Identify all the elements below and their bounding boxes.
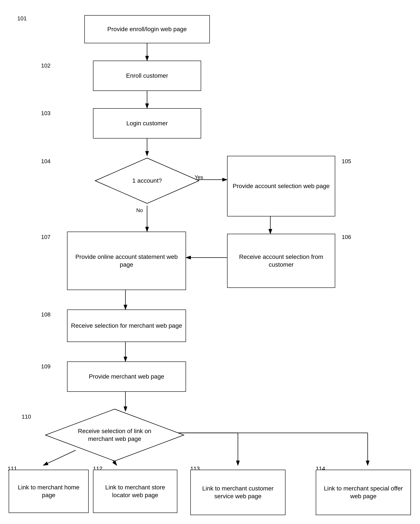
- box-105: Provide account selection web page: [227, 156, 335, 217]
- label-105: 105: [342, 158, 351, 165]
- box-113: Link to merchant customer service web pa…: [190, 470, 285, 515]
- yes-label: Yes: [195, 174, 203, 180]
- box-109: Provide merchant web page: [67, 361, 186, 392]
- box-101: Provide enroll/login web page: [84, 15, 210, 43]
- box-112: Link to merchant store locator web page: [93, 470, 177, 513]
- box-103: Login customer: [93, 108, 201, 139]
- label-106: 106: [342, 234, 351, 240]
- box-106: Receive account selection from customer: [227, 234, 335, 288]
- flowchart-diagram: 101 Provide enroll/login web page 102 En…: [0, 0, 420, 524]
- box-114: Link to merchant special offer web page: [316, 470, 411, 515]
- label-104: 104: [41, 158, 50, 165]
- box-111: Link to merchant home page: [9, 470, 89, 513]
- diamond-110: Receive selection of link on merchant we…: [43, 407, 186, 463]
- label-108: 108: [41, 311, 50, 318]
- label-101: 101: [17, 15, 27, 22]
- box-107: Provide online account statement web pag…: [67, 232, 186, 290]
- box-108: Receive selection for merchant web page: [67, 309, 186, 342]
- no-label: No: [136, 207, 143, 213]
- label-102: 102: [41, 62, 50, 69]
- label-107: 107: [41, 234, 50, 240]
- label-103: 103: [41, 110, 50, 117]
- label-110: 110: [22, 413, 31, 420]
- box-102: Enroll customer: [93, 61, 201, 91]
- diamond-104: 1 account?: [93, 156, 201, 206]
- label-109: 109: [41, 363, 50, 370]
